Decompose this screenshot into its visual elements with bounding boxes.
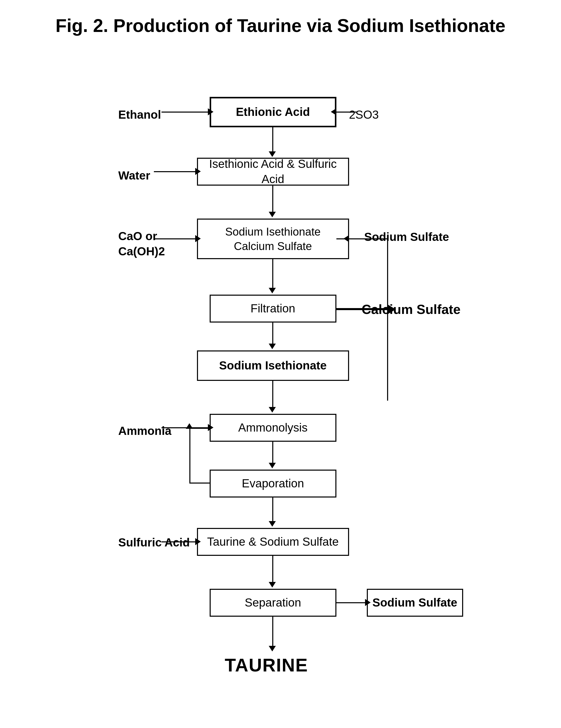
box-separation: Separation (210, 589, 336, 617)
ammonia-feedback-horizontal-bottom (189, 483, 210, 484)
arrowhead-filtration-to-si (269, 344, 276, 349)
arrowhead-evaporation-to-tss (269, 521, 276, 527)
arrow-sulfuric-to-tss (161, 541, 196, 542)
page: Fig. 2. Production of Taurine via Sodium… (52, 15, 509, 713)
label-taurine: TAURINE (225, 655, 308, 676)
arrowhead-water-to-isethionic (195, 168, 201, 175)
box-evaporation: Evaporation (210, 470, 336, 498)
arrow-vline-to-filtration (336, 238, 388, 239)
arrowhead-separation-to-taurine (269, 646, 276, 651)
arrowhead-ethionic-to-isethionic (269, 151, 276, 157)
label-2so3: 2SO3 (349, 108, 379, 121)
arrow-tss-to-separation (272, 556, 273, 583)
label-sulfuric-acid: Sulfuric Acid (118, 536, 190, 549)
arrowhead-ammonia-to-ammonolysis (208, 424, 213, 431)
arrowhead-tss-to-separation (269, 582, 276, 588)
arrow-si-cs-to-filtration (272, 259, 273, 289)
arrowhead-si-to-ammonolysis (269, 407, 276, 413)
arrowhead-separation-to-sodium-sulfate (365, 599, 371, 606)
arrowhead-sulfuric-to-tss (195, 538, 201, 545)
arrow-ethionic-to-isethionic (272, 127, 273, 153)
ammonia-feedback-horizontal-top (189, 428, 210, 429)
arrowhead-cao-to-si-cs (195, 235, 201, 242)
arrow-water-to-isethionic (154, 171, 196, 172)
arrow-2so3-to-ethionic (336, 112, 357, 113)
arrow-evaporation-to-tss (272, 498, 273, 522)
label-water: Water (118, 169, 150, 182)
arrow-ethanol-to-ethionic (161, 112, 209, 113)
box-sodium-isethionate: Sodium Isethionate (197, 350, 349, 381)
arrowhead-si-cs-to-filtration (269, 288, 276, 293)
arrow-ammonolysis-to-evaporation (272, 442, 273, 464)
arrow-separation-to-taurine (272, 617, 273, 647)
arrow-filtration-to-calcium-sulfate (336, 308, 390, 310)
box-sodium-sulfate-out: Sodium Sulfate (367, 589, 463, 617)
arrowhead-2so3-to-ethionic (331, 108, 336, 115)
box-isethionic: Isethionic Acid & Sulfuric Acid (197, 158, 349, 186)
label-ethanol: Ethanol (118, 108, 161, 121)
box-ammonolysis: Ammonolysis (210, 414, 336, 442)
arrow-filtration-to-si (272, 323, 273, 345)
box-ethionic: Ethionic Acid (210, 97, 336, 127)
label-cao: CaO orCa(OH)2 (118, 229, 165, 259)
arrow-cao-to-si-cs (154, 238, 196, 239)
ammonia-feedback-vertical (189, 428, 190, 484)
arrow-si-to-ammonolysis (272, 381, 273, 408)
label-sodium-sulfate-in: Sodium Sulfate (364, 230, 449, 244)
label-ammonia: Ammonia (118, 424, 172, 438)
arrow-separation-to-sodium-sulfate (336, 602, 366, 603)
right-vertical-line (387, 238, 388, 401)
diagram: Ethionic Acid Isethionic Acid & Sulfuric… (103, 61, 458, 695)
box-filtration: Filtration (210, 295, 336, 323)
arrow-isethionic-to-si-cs (272, 186, 273, 213)
arrowhead-isethionic-to-si-cs (269, 212, 276, 217)
box-sodium-isethionate-calcium: Sodium IsethionateCalcium Sulfate (197, 219, 349, 259)
arrowhead-ethanol-to-ethionic (208, 108, 213, 115)
arrowhead-ammonolysis-to-evaporation (269, 463, 276, 468)
arrowhead-calcium-sulfate (388, 305, 396, 314)
box-taurine-sodium-sulfate: Taurine & Sodium Sulfate (197, 528, 349, 556)
page-title: Fig. 2. Production of Taurine via Sodium… (56, 15, 505, 36)
